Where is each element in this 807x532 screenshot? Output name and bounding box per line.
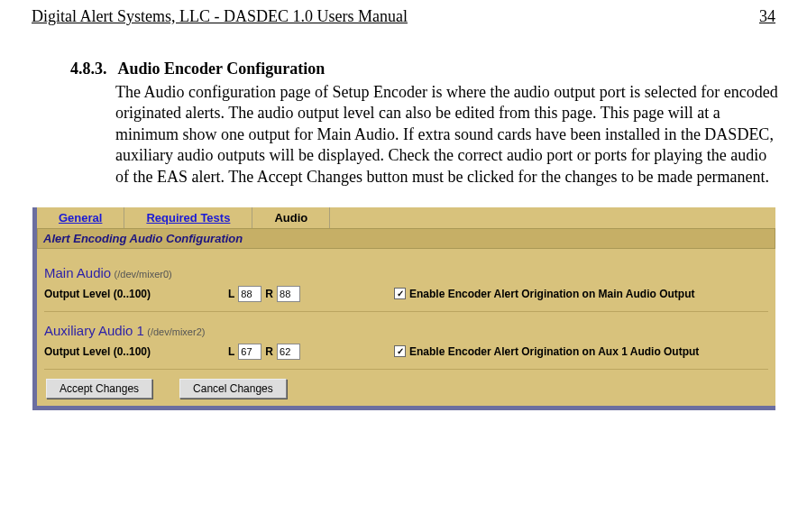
- tab-general[interactable]: General: [37, 207, 124, 228]
- page-number: 34: [759, 7, 775, 26]
- main-enable-checkbox[interactable]: ✓: [394, 288, 406, 299]
- main-audio-device: (/dev/mixer0): [115, 269, 172, 280]
- tab-required-tests[interactable]: Required Tests: [124, 207, 252, 228]
- section-number: 4.8.3.: [70, 60, 107, 78]
- panel-title: Alert Encoding Audio Configuration: [37, 228, 775, 249]
- cancel-changes-button[interactable]: Cancel Changes: [179, 379, 287, 399]
- left-label: L: [228, 345, 234, 358]
- right-label: R: [265, 288, 273, 300]
- accept-changes-button[interactable]: Accept Changes: [46, 379, 152, 399]
- aux-audio-device: (/dev/mixer2): [147, 326, 205, 337]
- main-enable-label: Enable Encoder Alert Origination on Main…: [409, 288, 694, 300]
- aux-right-level-input[interactable]: [277, 344, 300, 360]
- tab-audio[interactable]: Audio: [252, 207, 330, 228]
- aux-output-level-label: Output Level (0..100): [44, 345, 225, 358]
- left-label: L: [228, 288, 234, 300]
- main-left-level-input[interactable]: [238, 286, 261, 302]
- separator: [44, 369, 768, 370]
- right-label: R: [265, 345, 273, 358]
- section-heading: 4.8.3.Audio Encoder Configuration: [0, 28, 807, 82]
- section-title: Audio Encoder Configuration: [118, 60, 326, 78]
- aux-audio-title: Auxiliary Audio 1: [44, 323, 144, 338]
- aux-enable-label: Enable Encoder Alert Origination on Aux …: [409, 345, 699, 358]
- main-audio-title: Main Audio: [44, 265, 111, 280]
- main-output-level-label: Output Level (0..100): [44, 288, 225, 300]
- aux-left-level-input[interactable]: [238, 344, 261, 360]
- aux-enable-checkbox[interactable]: ✓: [394, 345, 406, 357]
- aux-audio-block: Auxiliary Audio 1 (/dev/mixer2) Output L…: [44, 323, 768, 360]
- main-right-level-input[interactable]: [277, 286, 300, 302]
- doc-title: Digital Alert Systems, LLC - DASDEC 1.0 …: [32, 7, 408, 26]
- separator: [44, 311, 768, 312]
- tab-bar: General Required Tests Audio: [37, 207, 775, 228]
- embedded-screenshot: General Required Tests Audio Alert Encod…: [32, 207, 775, 410]
- section-body: The Audio configuration page of Setup En…: [0, 82, 807, 188]
- main-audio-block: Main Audio (/dev/mixer0) Output Level (0…: [44, 265, 768, 302]
